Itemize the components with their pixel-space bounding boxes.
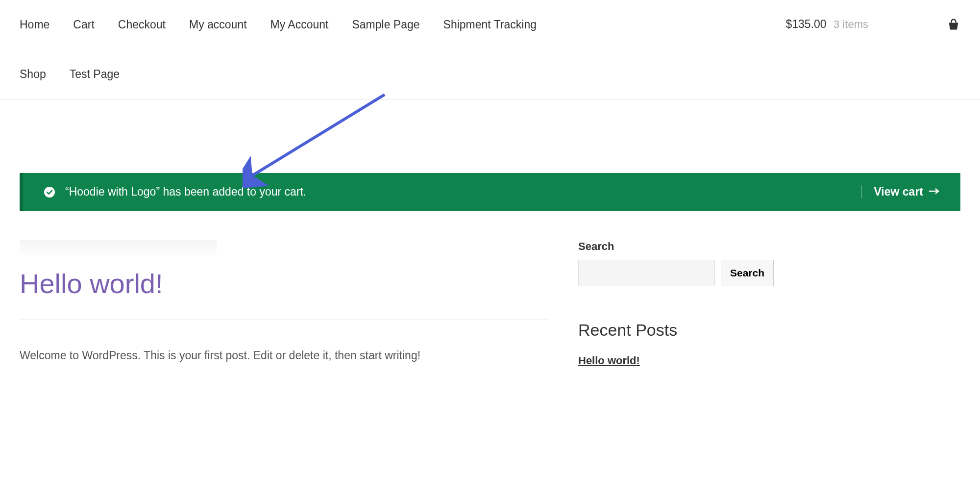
notice-message: “Hoodie with Logo” has been added to you… <box>65 185 306 199</box>
cart-added-notice: “Hoodie with Logo” has been added to you… <box>20 173 960 211</box>
nav-shop[interactable]: Shop <box>20 50 58 99</box>
nav-my-account-2[interactable]: My Account <box>270 0 341 50</box>
search-row: Search <box>578 260 735 286</box>
recent-posts-heading: Recent Posts <box>578 321 735 340</box>
search-button[interactable]: Search <box>721 260 774 286</box>
nav-my-account-1[interactable]: My account <box>189 0 259 50</box>
cart-items-count: 3 items <box>833 18 868 30</box>
nav-sample-page[interactable]: Sample Page <box>352 0 431 50</box>
notice-content: “Hoodie with Logo” has been added to you… <box>44 185 306 199</box>
post-content: Hello world! Welcome to WordPress. This … <box>20 240 549 367</box>
basket-icon <box>947 18 960 31</box>
post-featured-placeholder <box>20 240 217 258</box>
nav-cart[interactable]: Cart <box>73 0 106 50</box>
nav-row-2: Shop Test Page <box>20 50 706 99</box>
header-cart-summary[interactable]: $135.00 3 items <box>785 18 960 31</box>
svg-line-0 <box>252 95 385 175</box>
nav-checkout[interactable]: Checkout <box>118 0 177 50</box>
primary-nav: Home Cart Checkout My account My Account… <box>20 0 706 99</box>
site-header: Home Cart Checkout My account My Account… <box>0 0 980 99</box>
svg-point-1 <box>44 187 55 198</box>
nav-test-page[interactable]: Test Page <box>70 50 131 99</box>
post-body: Welcome to WordPress. This is your first… <box>20 349 549 362</box>
recent-post-link[interactable]: Hello world! <box>578 354 640 367</box>
arrow-right-icon <box>929 188 940 197</box>
view-cart-link[interactable]: View cart <box>861 185 940 199</box>
view-cart-label: View cart <box>874 185 923 199</box>
nav-home[interactable]: Home <box>20 0 61 50</box>
check-circle-icon <box>44 186 55 198</box>
search-input[interactable] <box>578 260 715 286</box>
search-label: Search <box>578 240 735 253</box>
post-title: Hello world! <box>20 268 549 320</box>
sidebar: Search Search Recent Posts Hello world! <box>578 240 735 367</box>
content-area: “Hoodie with Logo” has been added to you… <box>0 99 980 387</box>
cart-amount: $135.00 <box>785 18 826 30</box>
main-columns: Hello world! Welcome to WordPress. This … <box>20 240 960 367</box>
nav-shipment-tracking[interactable]: Shipment Tracking <box>443 0 548 50</box>
